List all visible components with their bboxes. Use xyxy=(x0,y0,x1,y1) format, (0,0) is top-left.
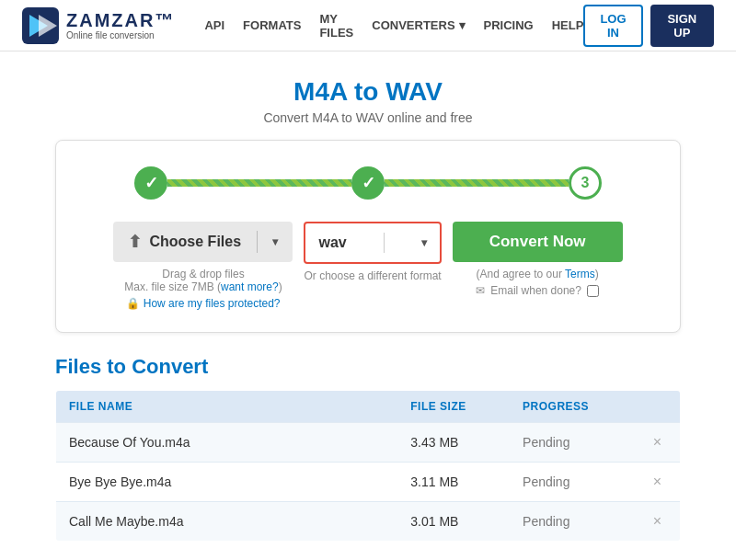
table-body: Because Of You.m4a 3.43 MB Pending × Bye… xyxy=(56,423,681,542)
lock-icon: 🔒 xyxy=(126,297,140,310)
logo-icon xyxy=(22,7,59,44)
choose-files-label: Choose Files xyxy=(149,234,241,250)
files-section: Files to Convert FILE NAME FILE SIZE PRO… xyxy=(55,355,681,542)
email-checkbox[interactable] xyxy=(587,285,599,297)
nav-help[interactable]: HELP xyxy=(552,18,584,32)
col-header-filesize: FILE SIZE xyxy=(397,391,510,423)
cell-filename: Because Of You.m4a xyxy=(56,423,398,463)
choose-files-button[interactable]: ⬆ Choose Files ▾ xyxy=(113,222,293,262)
col-header-action xyxy=(635,391,681,423)
nav-links: API FORMATS MY FILES CONVERTERS ▾ PRICIN… xyxy=(204,12,583,40)
upload-icon: ⬆ xyxy=(128,232,142,252)
filesize-text: Max. file size 7MB (want more?) xyxy=(124,280,282,293)
nav-pricing[interactable]: PRICING xyxy=(484,18,534,32)
page-title: M4A to WAV xyxy=(0,77,736,107)
email-label: Email when done? xyxy=(490,284,581,297)
cell-progress: Pending xyxy=(510,423,635,463)
step-3: 3 xyxy=(569,166,602,200)
terms-link[interactable]: Terms xyxy=(565,268,595,280)
logo: ZAMZAR™ Online file conversion xyxy=(22,7,175,44)
files-table: FILE NAME FILE SIZE PROGRESS Because Of … xyxy=(55,390,681,542)
steps-bar: ✓ ✓ 3 xyxy=(86,166,650,200)
nav-actions: LOG IN SIGN UP xyxy=(583,5,714,47)
col-header-filename: FILE NAME xyxy=(56,391,398,423)
nav-api[interactable]: API xyxy=(204,18,224,32)
login-button[interactable]: LOG IN xyxy=(583,5,642,47)
email-row: ✉ Email when done? xyxy=(476,284,599,297)
table-row: Because Of You.m4a 3.43 MB Pending × xyxy=(56,423,681,463)
logo-name: ZAMZAR™ xyxy=(66,10,175,30)
col-header-progress: PROGRESS xyxy=(510,391,635,423)
cell-filesize: 3.43 MB xyxy=(397,423,510,463)
remove-file-button[interactable]: × xyxy=(648,513,667,530)
cell-action: × xyxy=(635,423,681,463)
converter-card: ✓ ✓ 3 ⬆ Choose Files ▾ Drag & drop files… xyxy=(55,140,681,333)
cell-filesize: 3.01 MB xyxy=(397,502,510,542)
files-heading: Files to Convert xyxy=(55,355,681,379)
logo-tagline: Online file conversion xyxy=(66,30,175,40)
actions-row: ⬆ Choose Files ▾ Drag & drop files Max. … xyxy=(86,222,650,310)
step-2: ✓ xyxy=(351,166,385,200)
nav-converters[interactable]: CONVERTERS ▾ xyxy=(372,18,465,32)
page-title-area: M4A to WAV Convert M4A to WAV online and… xyxy=(0,51,736,140)
protected-text[interactable]: 🔒 How are my files protected? xyxy=(126,297,280,310)
drag-drop-text: Drag & drop files xyxy=(162,268,244,280)
chevron-down-icon: ▾ xyxy=(421,236,427,249)
choose-files-section: ⬆ Choose Files ▾ Drag & drop files Max. … xyxy=(113,222,293,310)
remove-file-button[interactable]: × xyxy=(648,474,667,490)
cell-filename: Bye Bye Bye.m4a xyxy=(56,463,398,502)
navbar: ZAMZAR™ Online file conversion API FORMA… xyxy=(0,0,736,51)
format-section: wav ▾ Or choose a different format xyxy=(304,222,441,282)
step-line-2 xyxy=(385,179,569,187)
table-header: FILE NAME FILE SIZE PROGRESS xyxy=(56,391,681,423)
cell-progress: Pending xyxy=(510,463,635,502)
step-line-1 xyxy=(167,179,351,187)
email-icon: ✉ xyxy=(476,284,485,297)
convert-section: Convert Now (And agree to our Terms) ✉ E… xyxy=(453,222,623,297)
chevron-down-icon: ▾ xyxy=(459,18,466,32)
table-row: Call Me Maybe.m4a 3.01 MB Pending × xyxy=(56,502,681,542)
table-row: Bye Bye Bye.m4a 3.11 MB Pending × xyxy=(56,463,681,502)
format-value: wav xyxy=(318,234,346,251)
chevron-down-icon: ▾ xyxy=(272,235,278,248)
format-hint: Or choose a different format xyxy=(304,269,441,282)
terms-text: (And agree to our Terms) xyxy=(477,268,599,280)
remove-file-button[interactable]: × xyxy=(648,434,667,451)
cell-filesize: 3.11 MB xyxy=(397,463,510,502)
choose-divider xyxy=(257,231,258,253)
signup-button[interactable]: SIGN UP xyxy=(650,5,714,47)
cell-action: × xyxy=(635,463,681,502)
cell-progress: Pending xyxy=(510,502,635,542)
nav-formats[interactable]: FORMATS xyxy=(243,18,301,32)
nav-myfiles[interactable]: MY FILES xyxy=(319,12,353,40)
want-more-link[interactable]: want more? xyxy=(221,280,279,293)
format-select[interactable]: wav ▾ xyxy=(304,222,441,264)
cell-action: × xyxy=(635,502,681,542)
step-1: ✓ xyxy=(134,166,167,200)
convert-now-button[interactable]: Convert Now xyxy=(453,222,623,262)
page-subtitle: Convert M4A to WAV online and free xyxy=(0,110,736,125)
cell-filename: Call Me Maybe.m4a xyxy=(56,502,398,542)
